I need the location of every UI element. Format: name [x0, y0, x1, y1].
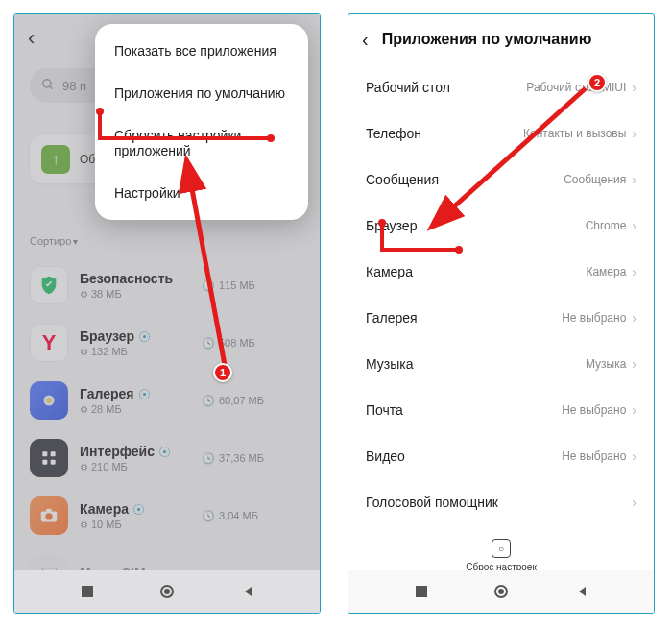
- menu-item-reset-apps[interactable]: Сбросить настройки приложений: [95, 114, 308, 172]
- right-header: ‹ Приложения по умолчанию: [348, 14, 654, 64]
- chevron-right-icon: ›: [632, 264, 636, 279]
- reset-icon: ○: [492, 539, 511, 558]
- default-row-mail[interactable]: Почта Не выбрано›: [348, 387, 654, 433]
- default-row-launcher[interactable]: Рабочий стол Рабочий стол MIUI›: [348, 64, 654, 110]
- default-row-gallery[interactable]: Галерея Не выбрано›: [348, 295, 654, 341]
- chevron-right-icon: ›: [632, 80, 636, 95]
- default-row-video[interactable]: Видео Не выбрано›: [348, 433, 654, 479]
- default-row-assistant[interactable]: Голосовой помощник ›: [348, 479, 654, 525]
- nav-recent-icon[interactable]: [414, 584, 429, 599]
- chevron-right-icon: ›: [632, 172, 636, 187]
- chevron-right-icon: ›: [632, 126, 636, 141]
- nav-recent-icon[interactable]: [80, 584, 95, 599]
- nav-back-icon[interactable]: [240, 584, 255, 599]
- overflow-menu: Показать все приложения Приложения по ум…: [95, 24, 308, 220]
- chevron-right-icon: ›: [632, 356, 636, 372]
- chevron-right-icon: ›: [632, 448, 636, 464]
- screenshot-right: ‹ Приложения по умолчанию Рабочий стол Р…: [348, 13, 655, 614]
- chevron-right-icon: ›: [632, 495, 636, 510]
- svg-point-16: [498, 589, 504, 594]
- screenshot-left: ‹ 98 п ↑ Обновле Сортиро▾ Безопасность ⚙…: [13, 13, 321, 614]
- default-row-messages[interactable]: Сообщения Сообщения›: [348, 157, 654, 203]
- default-row-phone[interactable]: Телефон Контакты и вызовы›: [348, 110, 654, 157]
- nav-back-icon[interactable]: [574, 584, 589, 599]
- nav-home-icon[interactable]: [159, 584, 175, 599]
- nav-bar: [348, 570, 654, 613]
- default-row-music[interactable]: Музыка Музыка›: [348, 341, 654, 387]
- chevron-right-icon: ›: [632, 218, 636, 233]
- page-title: Приложения по умолчанию: [382, 31, 592, 48]
- chevron-right-icon: ›: [632, 402, 636, 418]
- chevron-right-icon: ›: [632, 310, 636, 326]
- menu-item-all-apps[interactable]: Показать все приложения: [95, 30, 308, 72]
- nav-home-icon[interactable]: [493, 584, 509, 599]
- svg-rect-11: [82, 586, 93, 597]
- defaults-list: Рабочий стол Рабочий стол MIUI› Телефон …: [348, 64, 654, 525]
- menu-item-default-apps[interactable]: Приложения по умолчанию: [95, 72, 308, 114]
- menu-item-settings[interactable]: Настройки: [95, 172, 308, 214]
- default-row-camera[interactable]: Камера Камера›: [348, 249, 654, 295]
- nav-bar: [14, 570, 320, 613]
- default-row-browser[interactable]: Браузер Chrome›: [348, 203, 654, 249]
- svg-rect-14: [416, 586, 427, 597]
- back-icon[interactable]: ‹: [362, 29, 369, 51]
- svg-point-13: [164, 589, 170, 594]
